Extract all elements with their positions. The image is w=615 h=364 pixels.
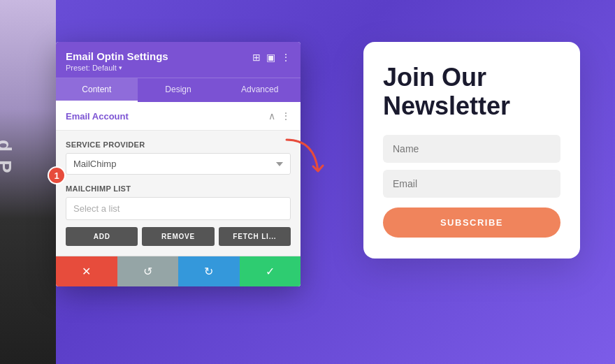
left-strip-text: d P (0, 140, 15, 175)
settings-panel: Email Optin Settings Preset: Default ▾ ⊞… (56, 42, 301, 286)
panel-toolbar: ✕ ↺ ↻ ✓ (56, 256, 301, 286)
left-image-strip: d P (0, 0, 56, 364)
arrow-indicator (273, 133, 328, 184)
tab-design[interactable]: Design (138, 78, 219, 102)
service-provider-select[interactable]: MailChimp AWeber GetResponse ConvertKit (66, 153, 291, 175)
panel-header: Email Optin Settings Preset: Default ▾ ⊞… (56, 42, 301, 78)
section-content: Service Provider MailChimp AWeber GetRes… (56, 131, 301, 256)
newsletter-card: Join Our Newsletter SUBSCRIBE (363, 42, 580, 259)
step-badge: 1 (48, 166, 66, 184)
panel-header-icons: ⊞ ▣ ⋮ (252, 52, 291, 63)
newsletter-title: Join Our Newsletter (383, 63, 560, 121)
cancel-icon: ✕ (82, 265, 91, 278)
tab-content[interactable]: Content (56, 78, 138, 102)
panel-title: Email Optin Settings (66, 50, 168, 62)
email-input[interactable] (383, 170, 560, 198)
section-icons: ∧ ⋮ (268, 110, 291, 122)
columns-icon[interactable]: ▣ (266, 52, 275, 63)
redo-button[interactable]: ↻ (178, 256, 240, 286)
service-provider-label: Service Provider (66, 140, 291, 149)
panel-header-left: Email Optin Settings Preset: Default ▾ (66, 50, 168, 72)
section-menu-icon[interactable]: ⋮ (281, 110, 291, 122)
add-button[interactable]: ADD (66, 227, 138, 246)
subscribe-button[interactable]: SUBSCRIBE (383, 208, 560, 238)
cancel-button[interactable]: ✕ (56, 256, 117, 286)
mailchimp-list-select[interactable]: Select a list (66, 197, 291, 220)
action-buttons: ADD REMOVE FETCH LI... (66, 227, 291, 246)
panel-body: Email Account ∧ ⋮ Service Provider MailC… (56, 102, 301, 256)
panel-preset[interactable]: Preset: Default ▾ (66, 64, 168, 72)
undo-button[interactable]: ↺ (117, 256, 179, 286)
save-icon: ✓ (266, 265, 275, 278)
name-input[interactable] (383, 135, 560, 163)
mailchimp-list-label: MailChimp List (66, 184, 291, 193)
fullscreen-icon[interactable]: ⊞ (252, 52, 261, 63)
preset-dropdown-arrow: ▾ (119, 64, 122, 71)
panel-tabs: Content Design Advanced (56, 78, 301, 102)
remove-button[interactable]: REMOVE (142, 227, 214, 246)
section-collapse-icon[interactable]: ∧ (268, 110, 275, 122)
panel-preset-label: Preset: Default (66, 64, 117, 72)
redo-icon: ↻ (204, 265, 213, 278)
more-options-icon[interactable]: ⋮ (281, 52, 291, 63)
undo-icon: ↺ (143, 265, 152, 278)
fetch-list-button[interactable]: FETCH LI... (219, 227, 291, 246)
save-button[interactable]: ✓ (240, 256, 301, 286)
section-title: Email Account (66, 111, 129, 122)
section-header: Email Account ∧ ⋮ (56, 102, 301, 131)
tab-advanced[interactable]: Advanced (219, 78, 301, 102)
